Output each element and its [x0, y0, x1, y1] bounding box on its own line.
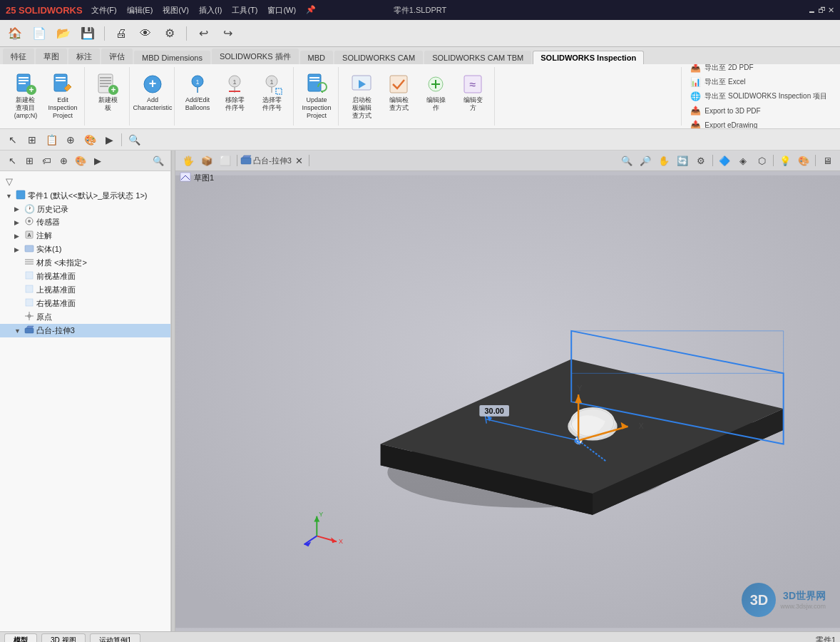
vp-lights-icon[interactable]: 💡 [777, 153, 794, 168]
open-button[interactable]: 📂 [53, 24, 74, 44]
export-sw-inspection-button[interactable]: 🌐 导出至 SOLIDWORKS Inspection 项目 [687, 90, 830, 103]
origin-expander [14, 314, 24, 321]
remove-balloons-button[interactable]: 1 移除零件序号 [217, 70, 252, 114]
tab-feature[interactable]: 特征 [3, 49, 34, 64]
lp-tag-tool[interactable]: 🏷 [39, 153, 54, 168]
tree-item-origin[interactable]: 原点 [0, 310, 170, 324]
tree-item-top-plane[interactable]: 上视基准面 [0, 283, 170, 297]
bc-sketch-icon[interactable] [180, 172, 191, 183]
vp-rect-tool[interactable]: ⬜ [217, 153, 234, 168]
edit-operation-button[interactable]: 编辑操作 [419, 70, 453, 114]
svg-text:A: A [27, 233, 31, 238]
breadcrumb-path[interactable]: 凸台-拉伸3 [240, 154, 292, 167]
tree-item-front-plane[interactable]: 前视基准面 [0, 270, 170, 283]
menu-file[interactable]: 文件(F) [91, 5, 117, 16]
tree-item-sensor[interactable]: ▶ 传感器 [0, 215, 170, 229]
edit-variant-button[interactable]: ≈ 编辑变方 [456, 70, 490, 114]
save-button[interactable]: 💾 [77, 24, 98, 44]
properties-tool[interactable]: 📋 [43, 131, 60, 148]
vp-zoom-icon[interactable]: 🔎 [637, 153, 654, 168]
menu-insert[interactable]: 插入(I) [199, 5, 222, 16]
vp-wire-icon[interactable]: ◈ [734, 153, 752, 168]
arrow-tool[interactable]: ↖ [4, 131, 21, 148]
expand-tool[interactable]: ▶ [101, 131, 118, 148]
tab-sw-inspection[interactable]: SOLIDWORKS Inspection [533, 51, 644, 64]
tree-item-history[interactable]: ▶ 🕐 历史记录 [0, 203, 170, 215]
tree-item-material[interactable]: 材质 <未指定> [0, 256, 170, 270]
color-tool[interactable]: 🎨 [81, 131, 98, 148]
tab-sw-cam-tbm[interactable]: SOLIDWORKS CAM TBM [424, 51, 531, 64]
new-button[interactable]: 📄 [29, 24, 50, 44]
vp-view-settings-icon[interactable]: ⚙ [692, 153, 710, 168]
export-2dpdf-button[interactable]: 📤 导出至 2D PDF [687, 64, 830, 74]
vp-box-tool[interactable]: 📦 [198, 153, 215, 168]
menu-window[interactable]: 窗口(W) [267, 5, 296, 16]
lp-arrow-tool[interactable]: ↖ [4, 153, 20, 168]
tree-item-solid[interactable]: ▶ 实体(1) [0, 243, 170, 256]
tab-mbd-dim[interactable]: MBD Dimensions [134, 51, 210, 64]
search-tool[interactable]: 🔍 [126, 131, 143, 148]
export-excel-button[interactable]: 📊 导出至 Excel [687, 76, 830, 88]
filter-icon[interactable]: ▽ [6, 176, 13, 187]
export-edrawing-button[interactable]: 📤 Export eDrawing [687, 118, 830, 128]
window-title: 零件1.SLDPRT [394, 5, 446, 16]
tab-sketch[interactable]: 草图 [36, 49, 67, 64]
tree-item-right-plane[interactable]: 右视基准面 [0, 297, 170, 310]
lp-crosshair-tool[interactable]: ⊕ [56, 153, 71, 168]
tree-item-annotation[interactable]: ▶ A 注解 [0, 229, 170, 243]
print-button[interactable]: 🖨 [111, 24, 132, 44]
vp-close-breadcrumb[interactable]: ✕ [293, 153, 306, 168]
print-preview-button[interactable]: 👁 [135, 24, 156, 44]
vp-color-icon[interactable]: 🎨 [795, 153, 812, 168]
new-inspection-button[interactable]: + 新建检查项目(amp;N) [9, 70, 43, 121]
tab-sw-cam[interactable]: SOLIDWORKS CAM [334, 51, 423, 64]
tab-motion[interactable]: 运动算例1 [90, 633, 141, 642]
new-template-button[interactable]: + 新建模板 [91, 70, 125, 114]
export-3dpdf-label: Export to 3D PDF [705, 107, 760, 115]
grid-view-tool[interactable]: ⊞ [24, 131, 41, 148]
home-button[interactable]: 🏠 [4, 24, 26, 44]
undo-button[interactable]: ↩ [193, 24, 214, 44]
feature-tree: ▽ ▼ 零件1 (默认<<默认>_显示状态 1>) ▶ 🕐 历史记录 ▶ [0, 171, 170, 631]
edit-inspection-button[interactable]: EditInspectionProject [46, 70, 80, 121]
vp-rotate-icon[interactable]: 🔄 [674, 153, 691, 168]
vp-pan-icon[interactable]: ✋ [655, 153, 672, 168]
vp-section-icon[interactable]: ⬡ [753, 153, 770, 168]
svg-rect-30 [309, 77, 319, 78]
edit-check-button[interactable]: 编辑检查方式 [381, 70, 416, 114]
bc-sketch-label[interactable]: 草图1 [194, 173, 214, 183]
menu-pin[interactable]: 📌 [306, 5, 316, 16]
menu-view[interactable]: 视图(V) [163, 5, 189, 16]
settings-button[interactable]: ⚙ [159, 24, 180, 44]
tab-evaluate[interactable]: 评估 [101, 49, 133, 64]
viewport[interactable]: 🖐 📦 ⬜ 凸台-拉伸3 ✕ 🔍 🔎 ✋ 🔄 ⚙ 🔷 ◈ [175, 151, 840, 631]
lp-search-tool[interactable]: 🔍 [150, 153, 166, 168]
redo-button[interactable]: ↪ [217, 24, 238, 44]
select-balloons-button[interactable]: 1 选择零件序号 [255, 70, 289, 114]
lp-color-tool[interactable]: 🎨 [73, 153, 88, 168]
tree-item-boss-extrude[interactable]: ▼ 凸台-拉伸3 [0, 324, 170, 337]
lp-grid-tool[interactable]: ⊞ [21, 153, 37, 168]
add-edit-balloons-button[interactable]: 1 Add/EditBalloons [180, 70, 215, 114]
top-plane-icon [24, 284, 34, 296]
tab-model[interactable]: 模型 [4, 633, 37, 642]
tree-root-item[interactable]: ▼ 零件1 (默认<<默认>_显示状态 1>) [0, 189, 170, 203]
vp-monitor-icon[interactable]: 🖥 [819, 153, 836, 168]
tab-sw-plugins[interactable]: SOLIDWORKS 插件 [212, 49, 299, 64]
add-characteristic-button[interactable]: + AddCharacteristic [135, 70, 170, 114]
vp-search-icon[interactable]: 🔍 [618, 153, 635, 168]
svg-rect-47 [26, 272, 33, 279]
tab-markup[interactable]: 标注 [68, 49, 100, 64]
update-inspection-button[interactable]: UpdateInspectionProject [299, 70, 334, 121]
launch-inspection-button[interactable]: 启动检板编辑查方式 [344, 70, 379, 121]
target-tool[interactable]: ⊕ [62, 131, 79, 148]
lp-chevron-tool[interactable]: ▶ [90, 153, 106, 168]
export-3dpdf-button[interactable]: 📤 Export to 3D PDF [687, 104, 830, 117]
tab-mbd[interactable]: MBD [300, 51, 333, 64]
vp-display-mode-icon[interactable]: 🔷 [716, 153, 733, 168]
ribbon-group-inner-5: UpdateInspectionProject [299, 67, 334, 126]
menu-tools[interactable]: 工具(T) [232, 5, 257, 16]
menu-edit[interactable]: 编辑(E) [127, 5, 153, 16]
vp-rotate-tool[interactable]: 🖐 [180, 153, 197, 168]
tab-3dview[interactable]: 3D 视图 [41, 633, 86, 642]
